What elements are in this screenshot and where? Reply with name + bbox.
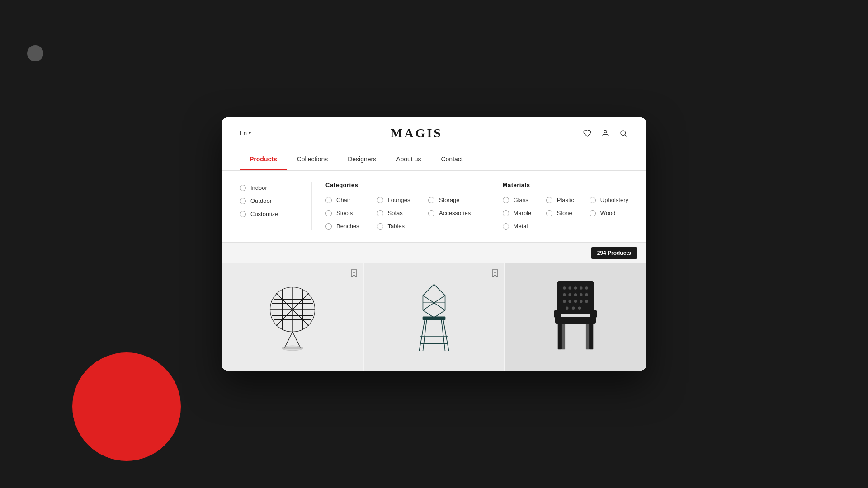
svg-point-37 xyxy=(585,286,588,290)
products-count-badge: 294 Products xyxy=(591,247,637,259)
material-marble-label: Marble xyxy=(514,210,532,216)
radio-marble xyxy=(503,210,509,216)
filter-outdoor-label: Outdoor xyxy=(250,197,272,204)
category-benches-label: Benches xyxy=(336,223,359,230)
svg-rect-57 xyxy=(586,324,590,349)
browser-window: En ▾ MAGIS xyxy=(222,117,646,371)
category-sofas[interactable]: Sofas xyxy=(377,210,424,216)
svg-rect-53 xyxy=(555,317,596,324)
svg-point-33 xyxy=(563,286,566,290)
svg-rect-32 xyxy=(557,281,594,314)
svg-point-1 xyxy=(621,131,626,136)
category-lounges-label: Lounges xyxy=(388,197,410,203)
radio-storage xyxy=(428,197,434,203)
category-accessories-label: Accessories xyxy=(439,210,471,216)
svg-point-18 xyxy=(283,346,303,351)
material-stone[interactable]: Stone xyxy=(546,210,585,216)
svg-rect-56 xyxy=(561,324,565,349)
svg-point-48 xyxy=(566,306,569,310)
dropdown-panel: Indoor Outdoor Customize Categories Chai… xyxy=(222,171,646,243)
radio-tables xyxy=(377,223,383,230)
svg-line-29 xyxy=(441,320,445,351)
svg-point-46 xyxy=(580,300,583,303)
materials-section: Materials Glass Plastic Upholstery Marbl… xyxy=(489,182,628,230)
categories-grid: Chair Lounges Storage Stools Sofas xyxy=(326,197,475,230)
materials-title: Materials xyxy=(503,182,628,188)
nav-item-products[interactable]: Products xyxy=(240,149,287,170)
bg-decoration-large xyxy=(72,352,181,461)
materials-grid: Glass Plastic Upholstery Marble Stone xyxy=(503,197,628,230)
svg-point-49 xyxy=(571,306,575,310)
svg-point-39 xyxy=(568,293,571,296)
radio-wood xyxy=(590,210,596,216)
filter-customize-label: Customize xyxy=(250,211,278,217)
language-label: En xyxy=(240,130,247,136)
material-upholstery[interactable]: Upholstery xyxy=(590,197,628,203)
bookmark-icon-1[interactable] xyxy=(350,269,358,280)
filter-outdoor[interactable]: Outdoor xyxy=(240,197,298,204)
nav-item-designers[interactable]: Designers xyxy=(338,149,386,170)
category-stools[interactable]: Stools xyxy=(326,210,373,216)
search-icon[interactable] xyxy=(618,128,628,138)
material-stone-label: Stone xyxy=(557,210,572,216)
material-plastic[interactable]: Plastic xyxy=(546,197,585,203)
svg-point-41 xyxy=(580,293,583,296)
radio-customize xyxy=(240,211,246,217)
category-chair-label: Chair xyxy=(336,197,350,203)
material-metal-label: Metal xyxy=(514,223,528,230)
radio-sofas xyxy=(377,210,383,216)
category-tables-label: Tables xyxy=(388,223,405,230)
svg-point-43 xyxy=(563,300,566,303)
material-wood-label: Wood xyxy=(600,210,616,216)
material-glass-label: Glass xyxy=(514,197,528,203)
bg-decoration-small xyxy=(27,45,43,61)
site-logo[interactable]: MAGIS xyxy=(391,126,443,141)
radio-accessories xyxy=(428,210,434,216)
svg-point-0 xyxy=(604,130,607,133)
category-chair[interactable]: Chair xyxy=(326,197,373,203)
radio-outdoor xyxy=(240,198,246,204)
material-wood[interactable]: Wood xyxy=(590,210,628,216)
filter-sidebar: Indoor Outdoor Customize xyxy=(240,182,312,230)
products-bar: 294 Products xyxy=(222,243,646,263)
svg-point-42 xyxy=(585,293,588,296)
radio-chair xyxy=(326,197,332,203)
filter-customize[interactable]: Customize xyxy=(240,211,298,217)
product-grid xyxy=(222,263,646,371)
category-storage[interactable]: Storage xyxy=(428,197,475,203)
product-card-1[interactable] xyxy=(222,263,363,371)
radio-metal xyxy=(503,223,509,230)
svg-point-44 xyxy=(568,300,571,303)
nav-item-about[interactable]: About us xyxy=(386,149,431,170)
svg-point-40 xyxy=(574,293,577,296)
language-selector[interactable]: En ▾ xyxy=(240,130,251,136)
material-upholstery-label: Upholstery xyxy=(600,197,628,203)
nav-item-contact[interactable]: Contact xyxy=(431,149,472,170)
wishlist-icon[interactable] xyxy=(582,128,592,138)
category-accessories[interactable]: Accessories xyxy=(428,210,475,216)
header-icon-group xyxy=(582,128,628,138)
category-tables[interactable]: Tables xyxy=(377,223,424,230)
categories-title: Categories xyxy=(326,182,475,188)
filter-indoor-label: Indoor xyxy=(250,184,267,191)
material-marble[interactable]: Marble xyxy=(503,210,542,216)
svg-point-45 xyxy=(574,300,577,303)
svg-rect-51 xyxy=(554,310,561,318)
product-card-2[interactable] xyxy=(364,263,505,371)
site-header: En ▾ MAGIS xyxy=(222,117,646,149)
radio-stools xyxy=(326,210,332,216)
category-storage-label: Storage xyxy=(439,197,460,203)
radio-upholstery xyxy=(590,197,596,203)
filter-indoor[interactable]: Indoor xyxy=(240,184,298,191)
radio-stone xyxy=(546,210,552,216)
category-benches[interactable]: Benches xyxy=(326,223,373,230)
material-glass[interactable]: Glass xyxy=(503,197,542,203)
nav-item-collections[interactable]: Collections xyxy=(287,149,338,170)
svg-point-38 xyxy=(563,293,566,296)
product-card-3[interactable] xyxy=(505,263,646,371)
category-lounges[interactable]: Lounges xyxy=(377,197,424,203)
user-icon[interactable] xyxy=(600,128,610,138)
material-metal[interactable]: Metal xyxy=(503,223,542,230)
bookmark-icon-2[interactable] xyxy=(491,269,499,280)
svg-point-47 xyxy=(585,300,588,303)
